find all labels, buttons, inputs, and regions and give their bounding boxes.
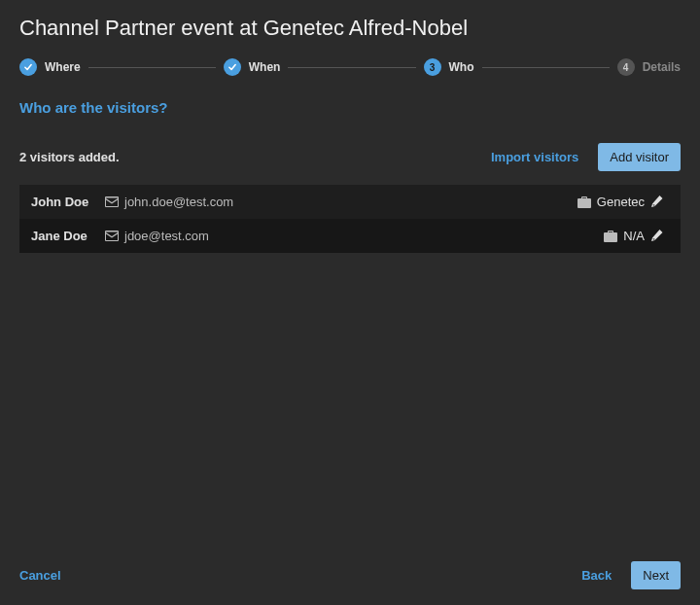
visitor-company: Genetec	[597, 195, 645, 209]
step-label: When	[249, 60, 281, 74]
visitor-row: Jane Doe jdoe@test.com N/A	[19, 219, 681, 253]
section-heading: Who are the visitors?	[19, 99, 681, 116]
visitor-company: N/A	[623, 229, 645, 243]
step-when: When	[224, 58, 281, 76]
import-visitors-link[interactable]: Import visitors	[491, 150, 578, 164]
cancel-button[interactable]: Cancel	[19, 568, 61, 583]
envelope-icon	[105, 196, 119, 207]
step-connector	[482, 67, 610, 68]
check-icon	[19, 58, 37, 76]
back-button[interactable]: Back	[581, 568, 612, 583]
visitor-count-text: 2 visitors added.	[19, 150, 120, 164]
step-label: Who	[449, 60, 474, 74]
add-visitor-button[interactable]: Add visitor	[598, 143, 681, 171]
visitor-name: Jane Doe	[31, 229, 95, 243]
step-number-icon: 3	[424, 58, 441, 76]
step-label: Details	[643, 60, 681, 74]
briefcase-icon	[604, 231, 617, 242]
visitor-toolbar: 2 visitors added. Import visitors Add vi…	[19, 143, 681, 171]
visitor-email: jdoe@test.com	[124, 229, 209, 243]
step-connector	[88, 67, 216, 68]
envelope-icon	[105, 231, 119, 241]
briefcase-icon	[578, 196, 591, 208]
pencil-icon[interactable]	[650, 196, 663, 208]
step-who: 3 Who	[424, 58, 474, 76]
check-icon	[224, 58, 241, 76]
page-title: Channel Partner event at Genetec Alfred-…	[19, 16, 681, 41]
step-connector	[288, 67, 415, 68]
visitor-list: John Doe john.doe@test.com Genetec Jane …	[19, 185, 681, 253]
visitor-name: John Doe	[31, 195, 95, 209]
step-details: 4 Details	[617, 58, 681, 76]
pencil-icon[interactable]	[650, 230, 663, 242]
next-button[interactable]: Next	[631, 561, 681, 589]
step-number-icon: 4	[617, 58, 635, 76]
step-label: Where	[45, 60, 81, 74]
progress-stepper: Where When 3 Who 4 Details	[19, 58, 681, 76]
step-where: Where	[19, 58, 81, 76]
visitor-row: John Doe john.doe@test.com Genetec	[19, 185, 681, 219]
dialog-footer: Cancel Back Next	[19, 553, 681, 589]
visitor-email: john.doe@test.com	[124, 195, 233, 209]
